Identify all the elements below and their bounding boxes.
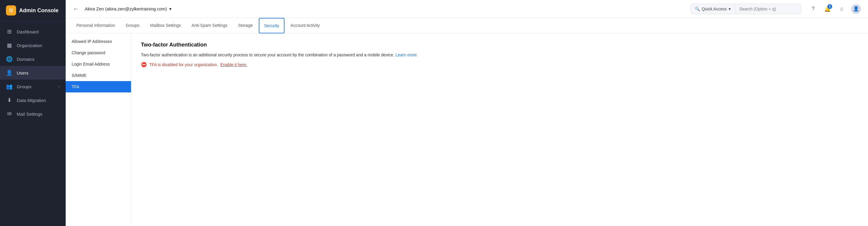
sidebar-nav: ⊞ Dashboard ▦ Organization 🌐 Domains 👤 U… (0, 21, 66, 226)
tab-mailbox-settings[interactable]: Mailbox Settings (145, 18, 186, 33)
sidebar-item-domains[interactable]: 🌐 Domains (0, 52, 66, 66)
avatar[interactable]: 👤 (851, 4, 861, 14)
quick-access-arrow: ▾ (728, 6, 731, 11)
sidebar-item-mail-settings[interactable]: ✉ Mail Settings (0, 107, 66, 121)
search-bar: 🔍 Quick Access ▾ (690, 4, 801, 14)
users-icon: 👤 (6, 69, 12, 76)
enable-tfa-link[interactable]: Enable it here. (220, 62, 247, 67)
tfa-warning-message: ⛔ TFA is disabled for your organization.… (141, 62, 859, 67)
tab-security[interactable]: Security (259, 18, 285, 33)
user-display-name: Akira Zen (akira.zen@zylkertraining.com) (85, 6, 167, 11)
mail-settings-icon: ✉ (6, 110, 12, 117)
sidebar-item-label: Mail Settings (17, 111, 42, 117)
tab-account-activity[interactable]: Account Activity (286, 18, 324, 33)
data-migration-icon: ⬇ (6, 97, 12, 103)
sidebar-item-label: Users (17, 70, 28, 75)
app-logo-icon: ⚙ (6, 5, 16, 15)
section-title: Two-factor Authentication (141, 42, 859, 48)
sub-nav-change-password[interactable]: Change password (66, 47, 131, 59)
user-selector[interactable]: Akira Zen (akira.zen@zylkertraining.com)… (85, 6, 172, 12)
topbar: ← Akira Zen (akira.zen@zylkertraining.co… (66, 0, 868, 18)
sidebar-item-organization[interactable]: ▦ Organization (0, 38, 66, 52)
section-description: Two-factor authentication is an addition… (141, 52, 859, 58)
notification-button[interactable]: 🔔 1 (823, 4, 832, 14)
groups-icon: 👥 (6, 83, 12, 90)
home-icon: ⌂ (840, 6, 843, 12)
app-title: Admin Console (19, 7, 59, 14)
topbar-icons: ? 🔔 1 ⌂ 👤 (808, 4, 861, 14)
sidebar-item-groups[interactable]: 👥 Groups › (0, 79, 66, 93)
warning-icon: ⛔ (141, 62, 147, 67)
help-icon: ? (812, 6, 814, 12)
help-button[interactable]: ? (808, 4, 818, 14)
quick-access-button[interactable]: 🔍 Quick Access ▾ (691, 4, 735, 14)
domains-icon: 🌐 (6, 56, 12, 62)
sidebar-item-data-migration[interactable]: ⬇ Data Migration (0, 93, 66, 107)
tab-bar: Personal Information Groups Mailbox Sett… (66, 18, 868, 33)
content-area: Allowed IP Addresses Change password Log… (66, 33, 868, 226)
sidebar-item-label: Dashboard (17, 29, 38, 34)
sidebar: ⚙ Admin Console ⊞ Dashboard ▦ Organizati… (0, 0, 66, 226)
tfa-warning-text: TFA is disabled for your organization. (149, 62, 218, 67)
home-button[interactable]: ⌂ (837, 4, 846, 14)
organization-icon: ▦ (6, 42, 12, 49)
quick-access-label: Quick Access (702, 6, 727, 11)
search-icon: 🔍 (695, 6, 700, 11)
sub-nav: Allowed IP Addresses Change password Log… (66, 33, 131, 226)
dashboard-icon: ⊞ (6, 28, 12, 35)
learn-more-link[interactable]: Learn more (396, 53, 417, 57)
sidebar-header: ⚙ Admin Console (0, 0, 66, 21)
main-content: ← Akira Zen (akira.zen@zylkertraining.co… (66, 0, 868, 226)
sidebar-item-label: Organization (17, 43, 42, 48)
back-button[interactable]: ← (73, 5, 79, 12)
search-input[interactable] (735, 6, 801, 11)
sub-nav-smime[interactable]: S/MIME (66, 70, 131, 81)
sidebar-item-label: Groups (17, 84, 31, 89)
sidebar-item-users[interactable]: 👤 Users (0, 66, 66, 79)
chevron-right-icon: › (59, 85, 60, 89)
tab-storage[interactable]: Storage (234, 18, 257, 33)
tab-anti-spam-settings[interactable]: Anti-Spam Settings (187, 18, 232, 33)
avatar-icon: 👤 (853, 6, 859, 12)
sidebar-item-dashboard[interactable]: ⊞ Dashboard (0, 25, 66, 38)
page-content: Two-factor Authentication Two-factor aut… (131, 33, 868, 226)
sub-nav-allowed-ip[interactable]: Allowed IP Addresses (66, 36, 131, 47)
sub-nav-login-email[interactable]: Login Email Address (66, 59, 131, 70)
sub-nav-tfa[interactable]: TFA (66, 81, 131, 92)
sidebar-item-label: Data Migration (17, 98, 46, 103)
notification-badge: 1 (828, 4, 832, 9)
tab-groups[interactable]: Groups (121, 18, 144, 33)
sidebar-item-label: Domains (17, 57, 34, 62)
user-dropdown-arrow: ▾ (169, 6, 172, 12)
tab-personal-information[interactable]: Personal Information (72, 18, 120, 33)
